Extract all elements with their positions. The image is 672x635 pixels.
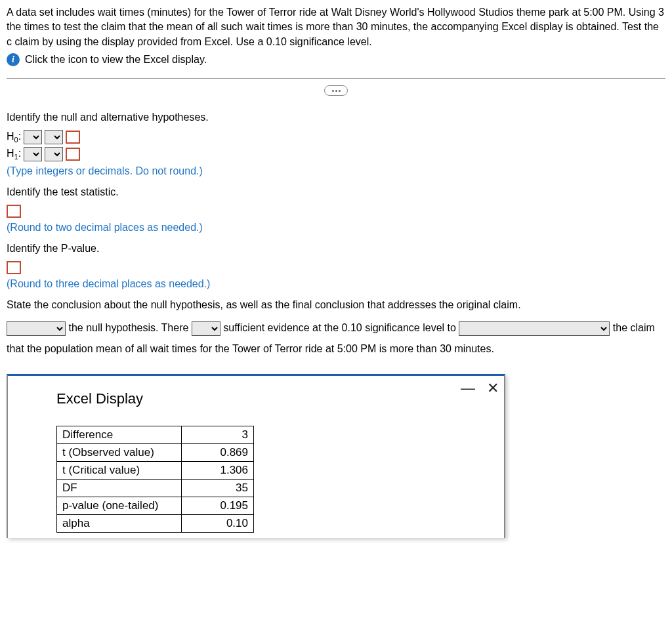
table-cell-label: t (Critical value) xyxy=(57,462,182,480)
modal-title: Excel Display xyxy=(56,390,486,407)
table-cell-label: alpha xyxy=(57,515,182,533)
expand-pill[interactable] xyxy=(324,85,348,96)
question-test-statistic: Identify the test statistic. xyxy=(7,186,665,198)
h1-param-dropdown[interactable] xyxy=(24,147,42,161)
conclusion-sentence: the null hypothesis. There sufficient ev… xyxy=(7,318,665,359)
table-cell-value: 1.306 xyxy=(182,462,254,480)
p-value-hint: (Round to three decimal places as needed… xyxy=(7,278,665,290)
table-row: alpha0.10 xyxy=(57,515,254,533)
conclusion-isisnot-dropdown[interactable] xyxy=(192,321,220,336)
excel-table: Difference3t (Observed value)0.869t (Cri… xyxy=(56,426,254,533)
question-p-value: Identify the P-value. xyxy=(7,243,665,255)
table-cell-value: 0.195 xyxy=(182,497,254,515)
h0-param-dropdown[interactable] xyxy=(24,130,42,144)
minimize-icon[interactable]: — xyxy=(461,380,475,397)
close-icon[interactable]: ✕ xyxy=(487,380,499,397)
question-conclusion: State the conclusion about the null hypo… xyxy=(7,299,665,311)
p-value-input[interactable] xyxy=(7,261,21,274)
table-cell-value: 35 xyxy=(182,480,254,497)
table-row: DF35 xyxy=(57,480,254,497)
test-statistic-hint: (Round to two decimal places as needed.) xyxy=(7,222,665,234)
conclusion-decision-dropdown[interactable] xyxy=(7,321,66,336)
table-cell-label: p-value (one-tailed) xyxy=(57,497,182,515)
h1-row: H1: xyxy=(7,147,665,161)
table-cell-label: Difference xyxy=(57,426,182,444)
h0-value-input[interactable] xyxy=(66,131,80,144)
table-cell-value: 0.10 xyxy=(182,515,254,533)
info-link-text[interactable]: Click the icon to view the Excel display… xyxy=(25,54,207,66)
table-cell-label: t (Observed value) xyxy=(57,444,182,462)
hypotheses-hint: (Type integers or decimals. Do not round… xyxy=(7,165,665,177)
h0-row: H0: xyxy=(7,130,665,144)
table-cell-value: 0.869 xyxy=(182,444,254,462)
h0-relation-dropdown[interactable] xyxy=(45,130,63,144)
problem-statement: A data set includes wait times (minutes)… xyxy=(7,5,665,49)
table-row: t (Observed value)0.869 xyxy=(57,444,254,462)
table-cell-label: DF xyxy=(57,480,182,497)
table-row: Difference3 xyxy=(57,426,254,444)
table-cell-value: 3 xyxy=(182,426,254,444)
excel-display-modal: — ✕ Excel Display Difference3t (Observed… xyxy=(7,374,505,538)
table-row: p-value (one-tailed)0.195 xyxy=(57,497,254,515)
info-icon[interactable]: i xyxy=(7,53,20,66)
h1-value-input[interactable] xyxy=(66,148,80,161)
conclusion-support-dropdown[interactable] xyxy=(459,321,610,336)
question-hypotheses: Identify the null and alternative hypoth… xyxy=(7,112,665,123)
table-row: t (Critical value)1.306 xyxy=(57,462,254,480)
h1-relation-dropdown[interactable] xyxy=(45,147,63,161)
test-statistic-input[interactable] xyxy=(7,205,21,218)
section-divider xyxy=(7,78,665,79)
